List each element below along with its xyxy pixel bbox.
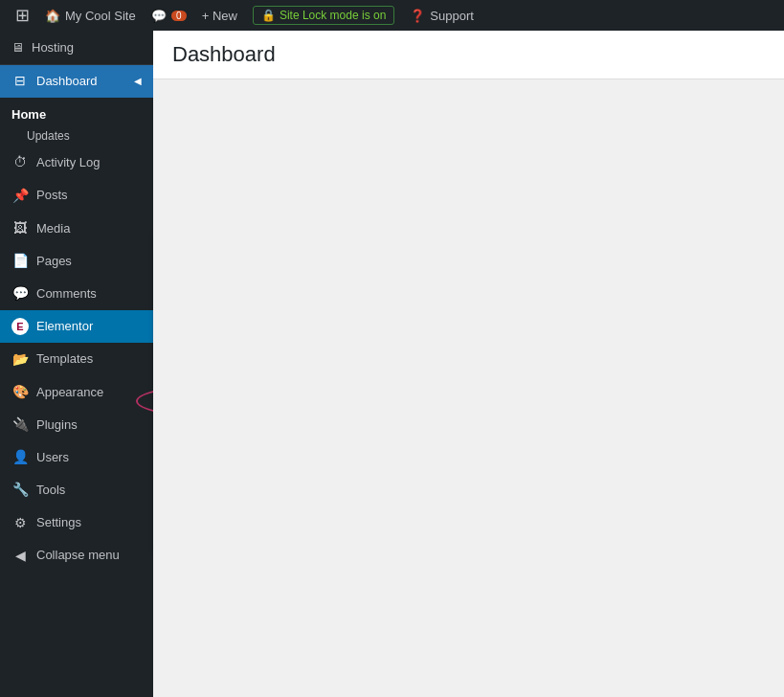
collapse-icon: ◀ (11, 548, 29, 565)
sidebar-item-comments[interactable]: 💬 Comments (0, 278, 153, 310)
sidebar-item-activity-log[interactable]: ⏱ Activity Log (0, 146, 153, 179)
sidebar-item-users[interactable]: 👤 Users (0, 441, 153, 474)
tools-icon: 🔧 (11, 482, 29, 499)
comments-icon: 💬 (151, 9, 167, 23)
comments-sidebar-icon: 💬 (11, 285, 29, 303)
users-icon: 👤 (11, 449, 29, 466)
support-label: Support (430, 9, 474, 23)
home-icon: 🏠 (45, 9, 60, 23)
lock-icon: 🔒 (261, 9, 276, 22)
hosting-icon: 🖥 (11, 40, 24, 55)
page-title: Dashboard (172, 42, 765, 67)
sidebar-item-settings[interactable]: ⚙ Settings (0, 506, 153, 539)
sidebar-item-updates[interactable]: Updates (0, 125, 153, 146)
sidebar: 🖥 Hosting ⊟ Dashboard ◀ Home Updates ⏱ A… (0, 31, 153, 697)
sidebar-item-plugins[interactable]: 🔌 Plugins (0, 409, 153, 441)
home-section-header: Home (0, 98, 153, 125)
comments-label: Comments (36, 285, 97, 303)
sidebar-item-hosting[interactable]: 🖥 Hosting (0, 31, 153, 65)
tools-label: Tools (36, 482, 65, 499)
users-label: Users (36, 449, 69, 466)
sitelock-item[interactable]: 🔒 Site Lock mode is on (245, 0, 402, 31)
sidebar-item-templates[interactable]: 📂 Templates (0, 343, 153, 375)
sitelock-badge: 🔒 Site Lock mode is on (253, 6, 394, 25)
sitelock-label: Site Lock mode is on (280, 9, 386, 22)
dashboard-icon: ⊟ (11, 73, 29, 90)
comments-badge: 0 (171, 11, 187, 21)
activity-log-icon: ⏱ (11, 154, 29, 171)
dashboard-label: Dashboard (36, 73, 98, 90)
hosting-label: Hosting (32, 40, 74, 55)
elementor-label: Elementor (36, 318, 93, 335)
sidebar-item-dashboard[interactable]: ⊟ Dashboard ◀ (0, 65, 153, 98)
new-label: + New (202, 9, 237, 23)
sidebar-item-elementor[interactable]: E Elementor (0, 310, 153, 343)
wp-logo[interactable]: ⊞ (8, 0, 37, 31)
admin-bar: ⊞ 🏠 My Cool Site 💬 0 + New 🔒 Site Lock m… (0, 0, 784, 31)
pages-icon: 📄 (11, 253, 29, 270)
sidebar-item-collapse[interactable]: ◀ Collapse menu (0, 539, 153, 572)
sidebar-item-posts[interactable]: 📌 Posts (0, 179, 153, 212)
question-icon: ❓ (410, 9, 425, 23)
sidebar-item-pages[interactable]: 📄 Pages (0, 245, 153, 278)
media-icon: 🖼 (11, 220, 29, 237)
wp-icon: ⊞ (15, 5, 30, 26)
comments-item[interactable]: 💬 0 (144, 0, 194, 31)
pages-label: Pages (36, 253, 72, 270)
site-name-label: My Cool Site (65, 9, 136, 23)
settings-label: Settings (36, 514, 81, 531)
media-label: Media (36, 220, 70, 237)
site-name-item[interactable]: 🏠 My Cool Site (37, 0, 144, 31)
main-content: Dashboard (153, 31, 784, 697)
arrow-icon: ◀ (134, 75, 142, 88)
appearance-label: Appearance (36, 384, 103, 401)
collapse-label: Collapse menu (36, 547, 120, 564)
new-item[interactable]: + New (194, 0, 245, 31)
plugins-icon: 🔌 (11, 416, 29, 434)
plugins-label: Plugins (36, 416, 78, 434)
activity-log-label: Activity Log (36, 154, 100, 171)
templates-label: Templates (36, 350, 93, 368)
dashboard-header: Dashboard (153, 31, 784, 79)
elementor-icon: E (11, 318, 29, 335)
posts-label: Posts (36, 187, 68, 204)
sidebar-item-media[interactable]: 🖼 Media (0, 213, 153, 245)
appearance-icon: 🎨 (11, 384, 29, 401)
sidebar-item-appearance[interactable]: 🎨 Appearance (0, 376, 153, 409)
layout: 🖥 Hosting ⊟ Dashboard ◀ Home Updates ⏱ A… (0, 31, 784, 697)
sidebar-item-tools[interactable]: 🔧 Tools (0, 474, 153, 506)
updates-label: Updates (27, 129, 70, 143)
posts-icon: 📌 (11, 187, 29, 204)
support-item[interactable]: ❓ Support (402, 0, 482, 31)
home-label: Home (11, 107, 46, 122)
settings-icon: ⚙ (11, 514, 29, 531)
templates-icon: 📂 (11, 350, 29, 368)
